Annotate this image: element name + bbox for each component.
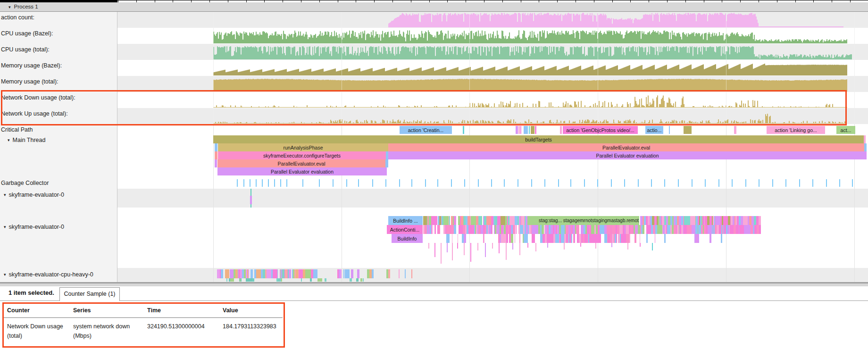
track-label-action-count[interactable]: action count: <box>1 14 34 21</box>
counter-chart-memory-usage-bazel[interactable] <box>117 60 868 76</box>
evaluator2-slice-buildinfo[interactable]: BuildInfo <box>392 234 423 243</box>
process-header[interactable]: ▾Process 1 <box>0 2 868 12</box>
gc-event-tick[interactable] <box>812 179 813 187</box>
critical-path-slice-act-[interactable]: act... <box>836 126 855 134</box>
gc-event-tick[interactable] <box>852 179 853 187</box>
gc-event-tick[interactable] <box>319 179 320 187</box>
main-thread-slice-sliver[interactable] <box>864 143 867 151</box>
gc-event-tick[interactable] <box>732 179 733 187</box>
table-row[interactable]: Network Down usage (total) system networ… <box>4 318 283 345</box>
collapse-triangle-icon[interactable]: ▾ <box>4 272 6 277</box>
gc-event-tick[interactable] <box>799 179 800 187</box>
counter-chart-cpu-usage-bazel[interactable] <box>117 28 868 44</box>
gc-event-tick[interactable] <box>597 179 598 187</box>
critical-path-slice-action-creatin-[interactable]: action 'Creatin... <box>400 126 452 134</box>
main-thread-slice-sliver[interactable] <box>215 159 217 167</box>
cpu-heavy-slices-canvas[interactable] <box>117 268 868 282</box>
gc-event-tick[interactable] <box>478 179 479 187</box>
gc-event-tick[interactable] <box>517 179 518 187</box>
col-series[interactable]: Series <box>70 304 144 318</box>
gc-event-tick[interactable] <box>826 179 827 187</box>
gc-event-tick[interactable] <box>243 179 244 187</box>
main-thread-slice-sliver[interactable] <box>385 159 388 167</box>
gc-event-tick[interactable] <box>399 179 400 187</box>
gc-event-tick[interactable] <box>611 179 612 187</box>
gc-event-tick[interactable] <box>237 179 238 187</box>
critical-path-slice-sliver[interactable] <box>734 126 736 134</box>
col-counter[interactable]: Counter <box>4 304 70 318</box>
gc-event-tick[interactable] <box>464 179 465 187</box>
critical-path-slice-sliver[interactable] <box>531 126 534 134</box>
evaluator2-slices-canvas[interactable] <box>117 208 868 268</box>
main-thread-slice-skyframeexecutor-configu[interactable]: skyframeExecutor.configureTargets <box>218 151 386 159</box>
gc-event-tick[interactable] <box>678 179 679 187</box>
gc-event-tick[interactable] <box>624 179 625 187</box>
tab-counter-sample[interactable]: Counter Sample (1) <box>59 287 120 301</box>
gc-event-tick[interactable] <box>664 179 665 187</box>
gc-event-tick[interactable] <box>504 179 505 187</box>
gc-event-tick[interactable] <box>531 179 532 187</box>
gc-event-tick[interactable] <box>411 179 412 187</box>
gc-event-tick[interactable] <box>638 179 639 187</box>
evaluator2-slice-stag-stag-stagagemrnotst[interactable]: stag:stag... stagagemrnotstagingmastagb.… <box>532 216 639 225</box>
critical-path-slice-sliver[interactable] <box>520 126 521 134</box>
track-label-memory-usage-total[interactable]: Memory usage (total): <box>1 78 58 85</box>
track-label-memory-usage-bazel[interactable]: Memory usage (Bazel): <box>1 62 62 69</box>
gc-event-tick[interactable] <box>451 179 452 187</box>
gc-event-tick[interactable] <box>302 179 303 187</box>
track-label-garbage-collector[interactable]: Garbage Collector <box>1 180 49 186</box>
track-label-critical-path[interactable]: Critical Path <box>1 126 33 133</box>
critical-path-slice-sliver[interactable] <box>524 126 528 134</box>
track-label-main-thread[interactable]: ▾Main Thread <box>8 137 45 143</box>
gc-event-tick[interactable] <box>372 179 373 187</box>
track-label-skyframe-evaluator-0b[interactable]: ▾skyframe-evaluator-0 <box>4 224 64 230</box>
critical-path-slice-sliver[interactable] <box>529 126 530 134</box>
evaluator2-slice-buildinfo-[interactable]: BuildInfo ... <box>388 216 423 225</box>
counter-chart-cpu-usage-total[interactable] <box>117 44 868 60</box>
gc-event-tick[interactable] <box>584 179 585 187</box>
critical-path-slice-action-linking-go-[interactable]: action 'Linking go... <box>767 126 825 134</box>
track-label-cpu-usage-bazel[interactable]: CPU usage (Bazel): <box>1 30 53 37</box>
gc-event-tick[interactable] <box>491 179 492 187</box>
critical-path-slice-action-genobjcprotos-vid[interactable]: action 'GenObjcProtos video/... <box>563 126 638 134</box>
gc-event-tick[interactable] <box>759 179 760 187</box>
counter-chart-action-count[interactable] <box>117 12 868 28</box>
main-thread-slice-parallelevaluator-eval[interactable]: ParallelEvaluator.eval <box>217 159 385 167</box>
evaluator2-slice-actionconti-[interactable]: ActionConti... <box>387 225 423 234</box>
critical-path-slice-sliver[interactable] <box>518 126 520 134</box>
track-label-skyframe-evaluator-cpu-heavy-0[interactable]: ▾skyframe-evaluator-cpu-heavy-0 <box>4 271 93 278</box>
critical-path-slice-actio-[interactable]: actio... <box>645 126 663 134</box>
critical-path-slice-sliver[interactable] <box>669 126 670 134</box>
col-value[interactable]: Value <box>219 304 283 318</box>
gc-event-tick[interactable] <box>274 179 275 187</box>
gc-event-tick[interactable] <box>437 179 438 187</box>
critical-path-slice-sliver[interactable] <box>463 126 464 134</box>
gc-event-tick[interactable] <box>544 179 545 187</box>
gc-event-tick[interactable] <box>385 179 386 187</box>
track-label-skyframe-evaluator-0a[interactable]: ▾skyframe-evaluator-0 <box>4 192 64 198</box>
gc-event-tick[interactable] <box>839 179 840 187</box>
main-thread-slice-sliver[interactable] <box>215 143 217 151</box>
main-thread-slice-parallel-evaluator-evalu[interactable]: Parallel Evaluator evaluation <box>388 151 867 159</box>
gc-event-tick[interactable] <box>692 179 693 187</box>
counter-chart-memory-usage-total[interactable] <box>117 76 868 92</box>
gc-event-tick[interactable] <box>268 179 269 187</box>
gc-event-tick[interactable] <box>570 179 571 187</box>
main-thread-slice-buildtargets[interactable]: buildTargets <box>213 135 864 143</box>
gc-event-tick[interactable] <box>333 179 334 187</box>
gc-event-tick[interactable] <box>651 179 652 187</box>
gc-event-tick[interactable] <box>745 179 746 187</box>
collapse-triangle-icon[interactable]: ▾ <box>4 192 6 197</box>
gc-event-tick[interactable] <box>256 179 257 187</box>
gc-event-tick[interactable] <box>772 179 773 187</box>
gc-event-tick[interactable] <box>558 179 559 187</box>
collapse-triangle-icon[interactable]: ▾ <box>4 225 6 229</box>
gc-event-tick[interactable] <box>280 179 281 187</box>
gc-event-tick[interactable] <box>286 179 287 187</box>
gc-event-tick[interactable] <box>425 179 426 187</box>
main-thread-slice-runanalysisphase[interactable]: runAnalysisPhase <box>218 143 388 151</box>
gc-event-tick[interactable] <box>785 179 786 187</box>
main-thread-slice-sliver[interactable] <box>215 151 217 159</box>
col-time[interactable]: Time <box>144 304 219 318</box>
critical-path-slice-sliver[interactable] <box>560 126 562 134</box>
